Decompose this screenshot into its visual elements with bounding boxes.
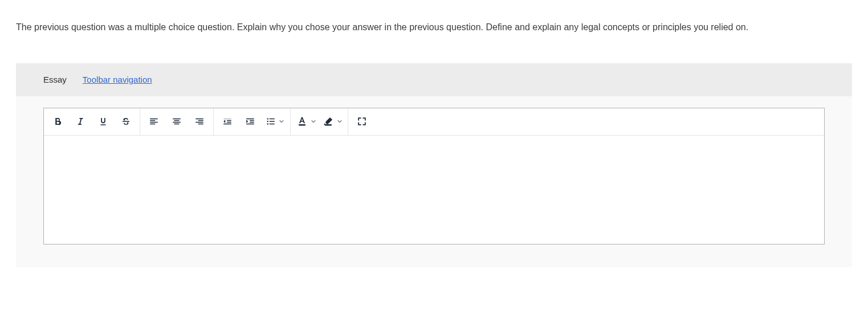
italic-button[interactable] xyxy=(69,108,92,135)
fullscreen-icon xyxy=(357,116,367,127)
align-left-icon xyxy=(149,116,159,127)
list-button[interactable] xyxy=(262,108,288,135)
editor-toolbar xyxy=(44,108,824,136)
toolbar-navigation-link[interactable]: Toolbar navigation xyxy=(83,75,152,84)
outdent-button[interactable] xyxy=(216,108,239,135)
bold-button[interactable] xyxy=(46,108,69,135)
svg-point-0 xyxy=(267,118,268,119)
outdent-icon xyxy=(222,116,233,127)
toolbar-group-align xyxy=(140,108,214,135)
essay-editor-block: Essay Toolbar navigation xyxy=(16,63,852,267)
toolbar-group-indent xyxy=(214,108,291,135)
highlight-color-button[interactable] xyxy=(319,108,345,135)
align-right-button[interactable] xyxy=(188,108,211,135)
indent-icon xyxy=(245,116,255,127)
svg-point-1 xyxy=(267,121,268,122)
svg-rect-3 xyxy=(299,124,305,126)
italic-icon xyxy=(75,116,85,127)
question-page: The previous question was a multiple cho… xyxy=(0,0,868,267)
essay-textarea[interactable] xyxy=(44,136,824,244)
highlight-icon xyxy=(323,116,334,127)
toolbar-group-color xyxy=(291,108,348,135)
chevron-down-icon xyxy=(279,119,284,124)
indent-button[interactable] xyxy=(239,108,262,135)
editor-wrap xyxy=(16,96,852,244)
underline-button[interactable] xyxy=(92,108,115,135)
align-center-icon xyxy=(172,116,182,127)
font-color-button[interactable] xyxy=(293,108,319,135)
strikethrough-button[interactable] xyxy=(115,108,137,135)
strikethrough-icon xyxy=(121,116,131,127)
chevron-down-icon xyxy=(311,119,316,124)
underline-icon xyxy=(98,116,108,127)
fullscreen-button[interactable] xyxy=(351,108,373,135)
question-prompt: The previous question was a multiple cho… xyxy=(16,20,848,35)
list-icon xyxy=(266,116,276,127)
svg-rect-4 xyxy=(325,124,332,126)
svg-point-2 xyxy=(267,123,268,124)
editor-box xyxy=(43,108,825,244)
font-color-icon xyxy=(296,116,308,127)
align-center-button[interactable] xyxy=(165,108,188,135)
essay-label: Essay xyxy=(43,75,67,84)
editor-header: Essay Toolbar navigation xyxy=(16,63,852,96)
align-left-button[interactable] xyxy=(142,108,165,135)
toolbar-group-text-style xyxy=(44,108,140,135)
bold-icon xyxy=(52,116,63,127)
toolbar-group-view xyxy=(348,108,376,135)
chevron-down-icon xyxy=(337,119,343,124)
align-right-icon xyxy=(194,116,205,127)
